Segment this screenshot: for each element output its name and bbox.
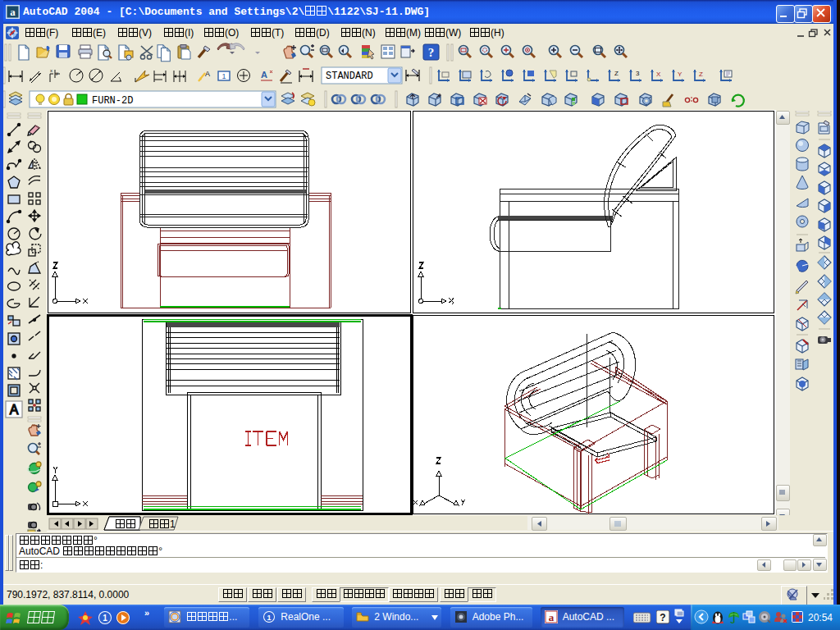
svg-text:3: 3	[636, 70, 640, 77]
svg-text:1: 1	[221, 72, 226, 80]
svg-text:?: ?	[660, 612, 665, 623]
svg-text:A: A	[205, 70, 210, 78]
svg-text:FURN-2D: FURN-2D	[92, 95, 133, 107]
svg-text:Y: Y	[678, 71, 682, 78]
svg-text:?: ?	[428, 46, 435, 59]
svg-text:X: X	[656, 71, 661, 78]
svg-text:1: 1	[103, 614, 107, 623]
svg-text:a: a	[549, 611, 555, 623]
svg-text:y: y	[56, 71, 58, 75]
svg-text:Z: Z	[614, 70, 619, 77]
svg-text:A: A	[10, 403, 19, 417]
svg-text:A: A	[261, 70, 267, 80]
svg-text:x: x	[50, 68, 52, 73]
svg-text:STANDARD: STANDARD	[326, 71, 373, 82]
svg-text:1: 1	[267, 614, 271, 622]
svg-text:Z: Z	[699, 71, 703, 78]
svg-text:a: a	[10, 6, 16, 18]
